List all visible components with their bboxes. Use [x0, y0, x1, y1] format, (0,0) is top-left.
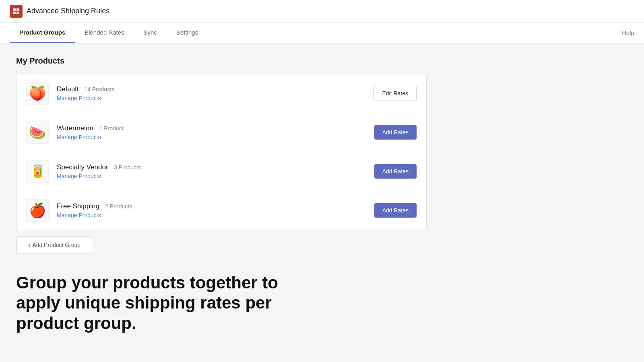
product-action-free-shipping: Add Rates: [374, 203, 417, 218]
product-info-watermelon: Watermelon 1 Product Manage Products: [57, 124, 374, 140]
can-icon: 🥫: [30, 165, 45, 177]
help-link[interactable]: Help: [622, 29, 634, 36]
svg-rect-2: [17, 8, 19, 11]
svg-rect-4: [17, 12, 19, 14]
product-name-default: Default: [57, 85, 78, 93]
product-name-specialty-vendor: Specialty Vendor: [57, 163, 108, 171]
tagline-section: Group your products together to apply un…: [16, 273, 427, 333]
product-action-specialty-vendor: Add Rates: [374, 164, 417, 179]
tab-sync[interactable]: Sync: [134, 23, 167, 43]
product-info-default: Default 14 Products Manage Products: [57, 85, 374, 101]
product-count-watermelon: 1 Product: [99, 125, 123, 132]
add-rates-button-watermelon[interactable]: Add Rates: [374, 125, 417, 140]
product-image-specialty-vendor: 🥫: [26, 160, 49, 183]
app-nav: Product Groups Blended Rates Sync Settin…: [0, 23, 644, 43]
edit-rates-button-default[interactable]: Edit Rates: [374, 86, 417, 101]
app-header: Advanced Shipping Rules: [0, 0, 644, 23]
product-image-watermelon: 🍉: [26, 121, 49, 144]
manage-products-free-shipping[interactable]: Manage Products: [57, 212, 374, 218]
section-title: My Products: [16, 56, 427, 66]
product-action-watermelon: Add Rates: [374, 125, 417, 140]
product-info-specialty-vendor: Specialty Vendor 3 Products Manage Produ…: [57, 163, 374, 179]
product-action-default: Edit Rates: [374, 86, 417, 101]
tagline-text: Group your products together to apply un…: [16, 273, 318, 333]
add-rates-button-specialty-vendor[interactable]: Add Rates: [374, 164, 417, 179]
table-row: 🍎 Free Shipping 2 Products Manage Produc…: [17, 191, 426, 230]
svg-rect-3: [13, 12, 16, 14]
app-title: Advanced Shipping Rules: [27, 7, 109, 15]
svg-rect-1: [13, 8, 16, 11]
nav-tabs: Product Groups Blended Rates Sync Settin…: [10, 23, 208, 43]
main-content: My Products 🍑 Default 14 Products Manage…: [0, 43, 443, 346]
apple-icon: 🍎: [29, 204, 46, 217]
tab-blended-rates[interactable]: Blended Rates: [75, 23, 134, 43]
manage-products-default[interactable]: Manage Products: [57, 95, 374, 101]
product-count-default: 14 Products: [84, 86, 114, 93]
product-count-free-shipping: 2 Products: [105, 203, 132, 210]
product-info-free-shipping: Free Shipping 2 Products Manage Products: [57, 202, 374, 218]
table-row: 🍉 Watermelon 1 Product Manage Products A…: [17, 113, 426, 152]
manage-products-specialty-vendor[interactable]: Manage Products: [57, 173, 374, 179]
tab-settings[interactable]: Settings: [167, 23, 208, 43]
tab-product-groups[interactable]: Product Groups: [10, 23, 75, 43]
manage-products-watermelon[interactable]: Manage Products: [57, 134, 374, 140]
peach-icon: 🍑: [29, 86, 46, 100]
table-row: 🥫 Specialty Vendor 3 Products Manage Pro…: [17, 152, 426, 191]
svg-rect-0: [12, 7, 21, 16]
watermelon-icon: 🍉: [29, 125, 46, 139]
product-name-free-shipping: Free Shipping: [57, 202, 99, 210]
table-row: 🍑 Default 14 Products Manage Products Ed…: [17, 74, 426, 113]
product-image-default: 🍑: [26, 82, 49, 105]
add-rates-button-free-shipping[interactable]: Add Rates: [374, 203, 417, 218]
product-image-free-shipping: 🍎: [26, 199, 49, 222]
app-logo: Advanced Shipping Rules: [10, 5, 109, 18]
product-groups-card: 🍑 Default 14 Products Manage Products Ed…: [16, 74, 427, 230]
app-logo-icon: [10, 5, 23, 18]
product-name-watermelon: Watermelon: [57, 124, 93, 132]
product-count-specialty-vendor: 3 Products: [114, 164, 141, 171]
add-product-group-button[interactable]: + Add Product Group: [16, 237, 92, 253]
